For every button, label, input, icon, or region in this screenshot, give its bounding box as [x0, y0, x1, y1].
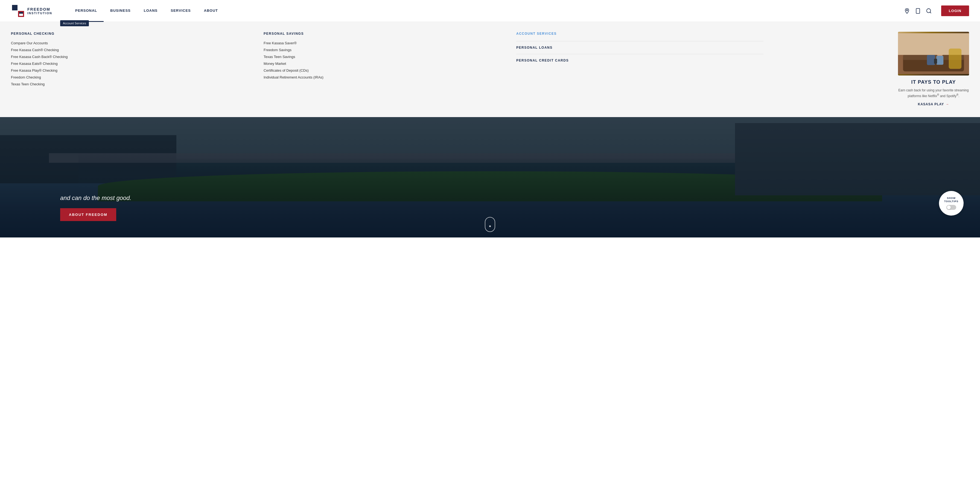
account-services-heading[interactable]: ACCOUNT SERVICES — [516, 32, 764, 35]
featured-card: IT PAYS TO PLAY Earn cash back for using… — [892, 32, 969, 106]
svg-rect-22 — [934, 59, 937, 64]
hero-text: and can do the most good. — [60, 194, 132, 202]
link-kasasa-eats-checking[interactable]: Free Kasasa Eats® Checking — [11, 62, 258, 65]
about-freedom-button[interactable]: ABOUT FREEDOM — [60, 208, 116, 221]
header-icons: LOGIN — [904, 5, 969, 16]
link-iras[interactable]: Individual Retirement Accounts (IRAs) — [264, 75, 511, 79]
link-kasasa-cashback-checking[interactable]: Free Kasasa Cash Back® Checking — [11, 55, 258, 59]
show-tooltips-toggle[interactable]: SHOW TOOLTIPS — [939, 191, 964, 215]
featured-description: Earn cash back for using your favorite s… — [898, 88, 969, 99]
personal-credit-cards-link[interactable]: PERSONAL CREDIT CARDS — [516, 59, 764, 62]
link-texas-teen-savings[interactable]: Texas Teen Savings — [264, 55, 511, 59]
featured-link[interactable]: KASASA PLAY → — [898, 102, 969, 106]
location-icon[interactable] — [904, 8, 910, 14]
link-kasasa-cash-checking[interactable]: Free Kasasa Cash® Checking — [11, 48, 258, 52]
personal-loans-link[interactable]: PERSONAL LOANS — [516, 46, 764, 49]
nav-services[interactable]: SERVICES — [164, 0, 197, 22]
account-services-tooltip: Account Services — [60, 20, 89, 26]
nav-business[interactable]: BUSINESS — [103, 0, 137, 22]
link-kasasa-saver[interactable]: Free Kasasa Saver® — [264, 41, 511, 45]
header: FREEDOM INSTITUTION PERSONAL BUSINESS LO… — [0, 0, 980, 22]
svg-rect-17 — [927, 55, 935, 65]
svg-point-7 — [907, 9, 908, 11]
scroll-indicator[interactable] — [485, 217, 495, 232]
spacer — [769, 32, 892, 106]
hero-content: and can do the most good. ABOUT FREEDOM — [0, 194, 132, 221]
tooltips-toggle-switch[interactable] — [947, 205, 956, 210]
divider-1 — [516, 41, 764, 41]
toggle-knob — [947, 206, 951, 209]
hero-section: and can do the most good. ABOUT FREEDOM … — [0, 117, 980, 238]
svg-rect-24 — [949, 48, 961, 69]
link-texas-teen-checking[interactable]: Texas Teen Checking — [11, 82, 258, 86]
svg-point-10 — [927, 8, 931, 13]
link-cds[interactable]: Certificates of Deposit (CDs) — [264, 69, 511, 72]
svg-rect-6 — [19, 12, 23, 14]
logo-icon — [11, 4, 25, 18]
personal-savings-col: PERSONAL SAVINGS Free Kasasa Saver® Free… — [264, 32, 516, 106]
tooltip-circle-text: SHOW TOOLTIPS — [944, 197, 958, 203]
featured-title: IT PAYS TO PLAY — [898, 79, 969, 85]
nav-personal[interactable]: PERSONAL — [68, 0, 103, 22]
main-nav: PERSONAL BUSINESS LOANS SERVICES ABOUT — [68, 0, 904, 22]
kasasa-play-arrow: → — [945, 102, 949, 106]
link-kasasa-play-checking[interactable]: Free Kasasa Play® Checking — [11, 69, 258, 72]
svg-rect-2 — [12, 5, 18, 7]
svg-rect-3 — [12, 7, 16, 9]
login-button[interactable]: LOGIN — [941, 5, 969, 16]
kasasa-play-link-label: KASASA PLAY — [918, 102, 944, 106]
logo[interactable]: FREEDOM INSTITUTION — [11, 4, 52, 18]
link-money-market[interactable]: Money Market — [264, 62, 511, 65]
search-icon[interactable] — [926, 8, 932, 14]
personal-savings-heading: PERSONAL SAVINGS — [264, 32, 511, 35]
personal-checking-col: PERSONAL CHECKING Compare Our Accounts F… — [11, 32, 264, 106]
link-freedom-checking[interactable]: Freedom Checking — [11, 75, 258, 79]
dropdown-menu: PERSONAL CHECKING Compare Our Accounts F… — [0, 22, 980, 117]
couple-illustration — [898, 32, 969, 75]
nav-loans[interactable]: LOANS — [137, 0, 164, 22]
svg-line-11 — [930, 12, 931, 13]
svg-rect-20 — [936, 56, 943, 65]
scroll-dot — [489, 225, 491, 227]
link-compare-accounts[interactable]: Compare Our Accounts — [11, 41, 258, 45]
logo-text: FREEDOM INSTITUTION — [27, 7, 52, 15]
personal-checking-heading: PERSONAL CHECKING — [11, 32, 258, 35]
nav-about[interactable]: ABOUT — [197, 0, 224, 22]
featured-image — [898, 32, 969, 75]
link-freedom-savings[interactable]: Freedom Savings — [264, 48, 511, 52]
mobile-icon[interactable] — [915, 8, 921, 14]
account-services-col: ACCOUNT SERVICES PERSONAL LOANS PERSONAL… — [516, 32, 769, 106]
